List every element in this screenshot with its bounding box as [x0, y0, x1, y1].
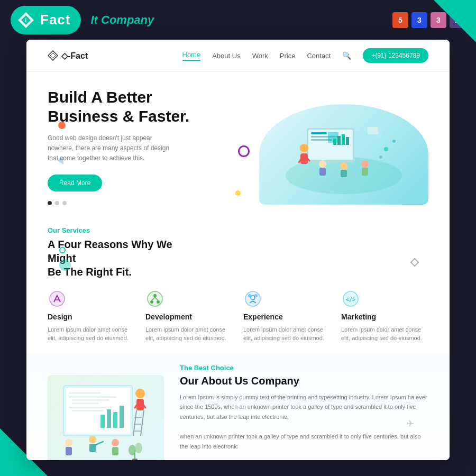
- inner-nav-links: Home About Us Work Price Contact 🔍 +{91}…: [182, 48, 429, 63]
- services-label: Our Services: [48, 226, 428, 234]
- svg-rect-25: [362, 168, 368, 176]
- about-content: The Best Choice Our About Us Company Lor…: [180, 364, 428, 460]
- svg-marker-3: [48, 51, 58, 60]
- svg-rect-53: [100, 415, 105, 428]
- svg-rect-23: [341, 170, 347, 177]
- html-badge: 5: [392, 12, 408, 28]
- company-name: It Company: [90, 13, 154, 27]
- svg-rect-55: [113, 412, 117, 428]
- svg-line-62: [141, 410, 144, 436]
- svg-rect-69: [89, 444, 96, 452]
- logo-diamond-icon: i: [16, 10, 36, 30]
- logo-text: Fact: [40, 12, 70, 28]
- read-more-button[interactable]: Read More: [48, 175, 102, 191]
- experience-desc: Lorem ipsum dolor amet conse elit, adipi…: [243, 325, 331, 343]
- svg-point-41: [254, 294, 258, 297]
- svg-rect-14: [342, 134, 345, 145]
- nav-work[interactable]: Work: [252, 52, 268, 60]
- services-section: Our Services A Four Reasons Why We Might…: [26, 216, 450, 353]
- inner-nav: ◇-Fact Home About Us Work Price Contact …: [26, 40, 450, 72]
- top-bar: i Fact It Company 5 3 3 B: [0, 0, 476, 40]
- svg-point-28: [384, 147, 388, 151]
- dot-1[interactable]: [48, 201, 52, 205]
- deco-teal-circle: [59, 259, 71, 271]
- svg-point-29: [392, 140, 396, 143]
- about-section: The Best Choice Our About Us Company Lor…: [26, 353, 450, 460]
- deco-teal-ring: [59, 247, 66, 253]
- svg-rect-48: [69, 396, 116, 398]
- svg-rect-56: [120, 406, 124, 428]
- sass-badge: 3: [431, 12, 446, 28]
- svg-text:</>: </>: [346, 297, 355, 303]
- inner-logo: ◇-Fact: [48, 50, 88, 61]
- hero-content: Build A BetterBusiness & Faster. Good we…: [48, 88, 249, 205]
- experience-title: Experience: [243, 313, 331, 321]
- service-experience: Experience Lorem ipsum dolor amet conse …: [243, 289, 331, 343]
- svg-point-16: [300, 144, 308, 152]
- marketing-title: Marketing: [341, 313, 428, 321]
- svg-line-61: [133, 410, 136, 436]
- svg-point-30: [379, 155, 382, 159]
- paper-plane-icon: ✈: [406, 418, 417, 428]
- services-title: A Four Reasons Why We MightBe The Right …: [48, 237, 196, 279]
- logo-badge: i Fact: [11, 6, 81, 34]
- nav-contact[interactable]: Contact: [307, 52, 331, 60]
- phone-button[interactable]: +{91} 123456789: [363, 48, 428, 63]
- nav-home[interactable]: Home: [182, 51, 201, 61]
- svg-rect-67: [66, 447, 72, 455]
- svg-point-68: [89, 436, 96, 443]
- marketing-desc: Lorem ipsum dolor amet conse elit, adipi…: [341, 325, 428, 343]
- about-title: Our About Us Company: [180, 375, 428, 387]
- design-desc: Lorem ipsum dolor amet conse elit, adipi…: [48, 325, 135, 343]
- about-illustration: [48, 375, 164, 460]
- dot-3[interactable]: [62, 201, 67, 205]
- inner-logo-text: ◇-Fact: [61, 51, 88, 61]
- svg-point-24: [361, 160, 369, 168]
- development-title: Development: [145, 313, 233, 321]
- hero-section: Build A BetterBusiness & Faster. Good we…: [26, 72, 450, 216]
- svg-point-36: [157, 300, 160, 304]
- nav-price[interactable]: Price: [280, 52, 296, 60]
- svg-point-71: [112, 439, 119, 446]
- service-development: Development Lorem ipsum dolor amet conse…: [145, 289, 233, 343]
- svg-rect-47: [69, 392, 100, 394]
- services-grid: Design Lorem ipsum dolor amet conse elit…: [48, 289, 428, 343]
- search-icon[interactable]: 🔍: [342, 51, 351, 60]
- service-marketing: </> Marketing Lorem ipsum dolor amet con…: [341, 289, 428, 343]
- svg-point-35: [150, 300, 153, 304]
- hero-illus-bg: [259, 104, 428, 205]
- dot-2[interactable]: [55, 201, 59, 205]
- svg-rect-27: [368, 127, 378, 134]
- experience-icon: [243, 289, 262, 308]
- svg-point-34: [153, 294, 157, 297]
- css-badge: 3: [411, 12, 427, 28]
- about-text: Lorem Ipsum is simply dummy text of the …: [180, 392, 428, 452]
- svg-point-33: [148, 291, 162, 306]
- service-design: Design Lorem ipsum dolor amet conse elit…: [48, 289, 135, 343]
- svg-point-20: [319, 160, 326, 168]
- hero-dots: [48, 201, 249, 205]
- main-card: ◇-Fact Home About Us Work Price Contact …: [26, 40, 450, 460]
- svg-text:i: i: [25, 17, 27, 23]
- svg-rect-49: [72, 399, 109, 401]
- design-icon: [48, 289, 67, 308]
- svg-point-39: [245, 291, 260, 306]
- svg-rect-52: [72, 410, 104, 411]
- svg-marker-4: [50, 53, 56, 58]
- svg-point-57: [135, 389, 145, 398]
- svg-rect-15: [346, 137, 349, 145]
- svg-point-74: [129, 445, 136, 455]
- svg-point-66: [65, 439, 72, 446]
- nav-about[interactable]: About Us: [212, 52, 240, 60]
- development-desc: Lorem ipsum dolor amet conse elit, adipi…: [145, 325, 233, 343]
- svg-point-42: [248, 294, 251, 297]
- svg-rect-12: [333, 139, 336, 145]
- svg-line-70: [96, 442, 103, 445]
- design-title: Design: [48, 313, 135, 321]
- about-label: The Best Choice: [180, 364, 428, 372]
- svg-rect-51: [69, 407, 111, 408]
- marketing-icon: </>: [341, 289, 360, 308]
- hero-description: Good web design doesn't just appear nowh…: [48, 133, 175, 164]
- hero-title: Build A BetterBusiness & Faster.: [48, 88, 249, 126]
- svg-point-22: [340, 162, 347, 170]
